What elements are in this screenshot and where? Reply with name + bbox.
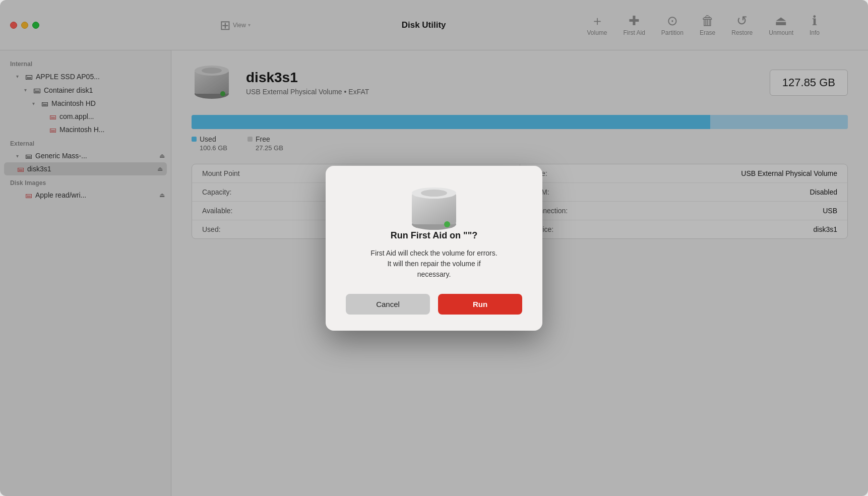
modal-overlay: Run First Aid on ""? First Aid will chec…: [0, 0, 868, 496]
modal-title: Run First Aid on ""?: [391, 230, 477, 241]
modal-disk-icon: [409, 186, 459, 230]
app-window: ⊞ View ▾ Disk Utility ＋ Volume ✚ First A…: [0, 0, 868, 496]
svg-point-8: [421, 190, 447, 197]
svg-point-9: [444, 221, 450, 227]
modal-buttons: Cancel Run: [346, 294, 522, 315]
run-button[interactable]: Run: [438, 294, 522, 315]
modal-message: First Aid will check the volume for erro…: [370, 248, 497, 280]
cancel-button[interactable]: Cancel: [346, 294, 430, 315]
first-aid-modal: Run First Aid on ""? First Aid will chec…: [326, 166, 542, 331]
